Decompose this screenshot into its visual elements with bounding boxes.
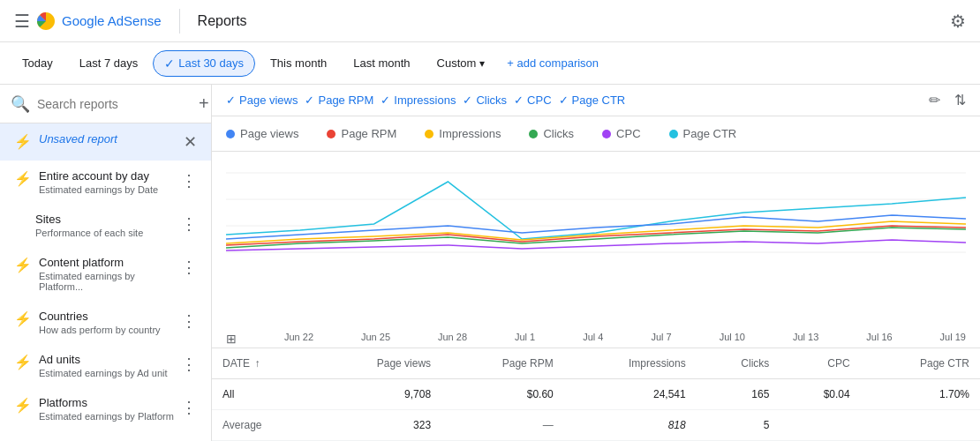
legend-dot-page-rpm [327, 130, 335, 138]
brand-name: Google AdSense [62, 13, 162, 28]
menu-icon[interactable]: ☰ [14, 11, 30, 32]
topbar-divider [179, 9, 180, 34]
filter-bar: Today Last 7 days ✓ Last 30 days This mo… [0, 42, 980, 85]
logo: ☰ Google AdSense [14, 11, 162, 32]
sidebar-item-entire-account-title: Entire account by day [39, 169, 174, 183]
chevron-down-icon: ▾ [479, 57, 485, 70]
check-icon: ✓ [514, 93, 524, 107]
legend-impressions: Impressions [425, 127, 501, 140]
chip-bar: ✓ Page views ✓ Page RPM ✓ Impressions ✓ … [212, 85, 980, 116]
col-page-views[interactable]: Page views [314, 348, 441, 379]
filter-last-month[interactable]: Last month [342, 50, 421, 76]
row-all-page-ctr: 1.70% [861, 379, 980, 410]
chart-icon: ⚡ [14, 170, 32, 187]
sidebar-item-platforms[interactable]: ⚡ Platforms Estimated earnings by Platfo… [0, 387, 211, 430]
chip-clicks[interactable]: ✓ Clicks [463, 93, 507, 107]
row-all-impressions: 24,541 [564, 379, 697, 410]
row-all-cpc: $0.04 [780, 379, 860, 410]
check-icon: ✓ [226, 93, 236, 107]
countries-icon: ⚡ [14, 310, 32, 327]
sidebar-item-sites-sub: Performance of each site [35, 228, 174, 238]
data-table: DATE ↑ Page views Page RPM Impressions C… [212, 348, 980, 441]
unsaved-icon: ⚡ [14, 133, 32, 150]
sidebar-item-countries[interactable]: ⚡ Countries How ads perform by country ⋮ [0, 301, 211, 344]
sidebar-item-sites[interactable]: Sites Performance of each site ⋮ [0, 204, 211, 247]
col-page-rpm[interactable]: Page RPM [441, 348, 564, 379]
sidebar-item-platforms-sub: Estimated earnings by Platform [39, 411, 174, 422]
sidebar-item-unsaved-title: Unsaved report [39, 132, 177, 146]
row-avg-clicks: 5 [697, 410, 780, 441]
sidebar-item-entire-account[interactable]: ⚡ Entire account by day Estimated earnin… [0, 161, 211, 204]
add-report-button[interactable]: + [199, 93, 209, 114]
more-icon[interactable]: ⋮ [181, 355, 197, 374]
sidebar-item-sites-title: Sites [35, 213, 174, 226]
row-avg-page-rpm: — [441, 410, 564, 441]
sidebar-item-countries-title: Countries [39, 310, 174, 323]
col-clicks[interactable]: Clicks [697, 348, 780, 379]
more-icon[interactable]: ⋮ [181, 311, 197, 331]
legend-dot-clicks [529, 130, 538, 138]
sidebar: 🔍 + ⚡ Unsaved report ✕ ⚡ Entire account … [0, 85, 212, 441]
chart-area: ✓ Page views ✓ Page RPM ✓ Impressions ✓ … [212, 85, 980, 441]
sidebar-item-ad-units-title: Ad units [39, 353, 174, 366]
close-icon[interactable]: ✕ [184, 132, 197, 152]
chip-page-rpm[interactable]: ✓ Page RPM [305, 93, 373, 107]
filter-last30[interactable]: ✓ Last 30 days [153, 50, 255, 77]
row-avg-page-views: 323 [314, 410, 441, 441]
ad-units-icon: ⚡ [14, 354, 32, 370]
sidebar-item-content-platform[interactable]: ⚡ Content platform Estimated earnings by… [0, 247, 211, 301]
sidebar-item-ad-units-sub: Estimated earnings by Ad unit [39, 368, 174, 378]
row-avg-impressions: 818 [564, 410, 697, 441]
sidebar-item-content-platform-sub: Estimated earnings by Platform... [39, 271, 174, 292]
col-date[interactable]: DATE ↑ [212, 348, 314, 379]
legend-bar: Page views Page RPM Impressions Clicks C… [212, 116, 980, 152]
col-page-ctr[interactable]: Page CTR [861, 348, 980, 379]
edit-icon[interactable]: ✏ [929, 92, 940, 108]
filter-this-month[interactable]: This month [259, 50, 338, 76]
check-icon: ✓ [381, 93, 390, 107]
chip-page-views[interactable]: ✓ Page views [226, 93, 298, 107]
chip-page-ctr[interactable]: ✓ Page CTR [559, 93, 626, 107]
sidebar-item-unsaved[interactable]: ⚡ Unsaved report ✕ [0, 123, 211, 161]
legend-dot-cpc [602, 130, 611, 138]
legend-page-views: Page views [226, 127, 298, 140]
more-icon[interactable]: ⋮ [181, 258, 197, 277]
more-icon[interactable]: ⋮ [181, 398, 197, 417]
more-icon[interactable]: ⋮ [181, 214, 197, 234]
sidebar-item-content-platform-title: Content platform [39, 256, 174, 269]
filter-custom[interactable]: Custom ▾ [426, 50, 497, 76]
gear-icon[interactable]: ⚙ [950, 11, 966, 32]
row-all-clicks: 165 [697, 379, 780, 410]
col-cpc[interactable]: CPC [780, 348, 860, 379]
chart-canvas [212, 152, 980, 330]
check-icon: ✓ [463, 93, 472, 107]
chip-cpc[interactable]: ✓ CPC [514, 93, 551, 107]
more-icon[interactable]: ⋮ [181, 171, 197, 191]
x-axis: ⊞ Jun 22 Jun 25 Jun 28 Jul 1 Jul 4 Jul 7… [212, 330, 980, 348]
sidebar-item-platforms-title: Platforms [39, 396, 174, 409]
platforms-icon: ⚡ [14, 397, 32, 414]
add-comparison-btn[interactable]: + add comparison [507, 56, 599, 70]
table-row: Average 323 — 818 5 [212, 410, 980, 441]
filter-last7[interactable]: Last 7 days [68, 50, 150, 76]
row-all-page-rpm: $0.60 [441, 379, 564, 410]
filter-icon[interactable]: ⇅ [954, 92, 966, 108]
col-impressions[interactable]: Impressions [564, 348, 697, 379]
legend-page-rpm: Page RPM [327, 127, 396, 140]
row-all-date: All [212, 379, 314, 410]
check-icon: ✓ [305, 93, 314, 107]
sidebar-item-ad-units[interactable]: ⚡ Ad units Estimated earnings by Ad unit… [0, 344, 211, 387]
sidebar-item-countries-sub: How ads perform by country [39, 325, 174, 335]
topbar: ☰ Google AdSense Reports ⚙ [0, 0, 980, 42]
search-input[interactable] [37, 97, 192, 111]
chip-impressions[interactable]: ✓ Impressions [381, 93, 456, 107]
check-icon: ✓ [559, 93, 569, 107]
row-avg-cpc [780, 410, 860, 441]
adsense-logo-icon [35, 11, 57, 32]
platform-icon: ⚡ [14, 257, 32, 273]
legend-page-ctr: Page CTR [669, 127, 737, 140]
filter-today[interactable]: Today [11, 50, 64, 76]
main-layout: 🔍 + ⚡ Unsaved report ✕ ⚡ Entire account … [0, 85, 980, 441]
row-avg-date: Average [212, 410, 314, 441]
legend-clicks: Clicks [529, 127, 574, 140]
